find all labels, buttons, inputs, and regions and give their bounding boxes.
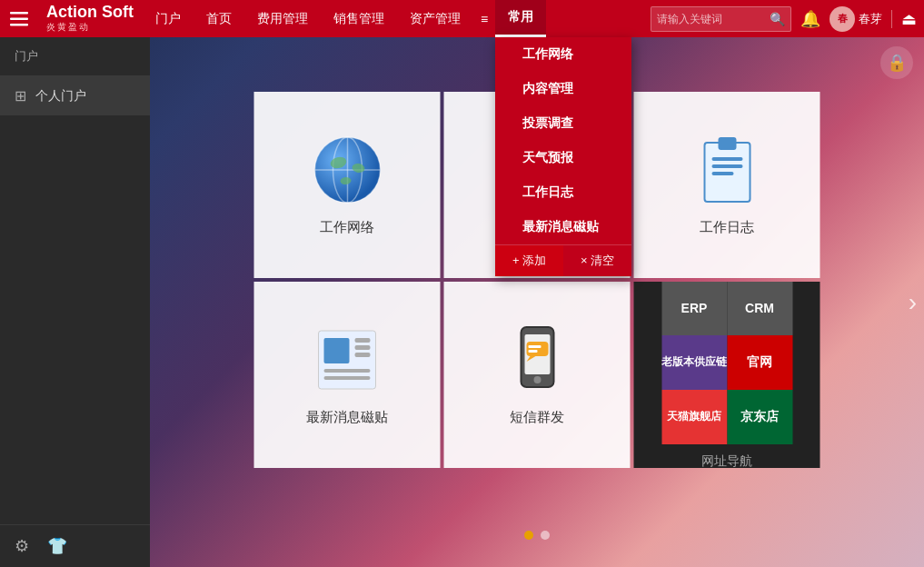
tile-sms[interactable]: 短信群发 [444,282,631,468]
logout-icon[interactable]: ⏏ [901,9,917,29]
theme-icon[interactable]: 👕 [47,536,67,556]
tile-work-network-label: 工作网络 [320,219,374,236]
search-icon[interactable]: 🔍 [770,12,785,26]
nav-sales[interactable]: 销售管理 [321,0,397,37]
url-jd[interactable]: 京东店 [727,390,792,444]
svg-rect-31 [526,342,548,356]
dropdown-weather[interactable]: 天气预报 [495,141,631,175]
page-dot-1[interactable] [524,531,533,540]
lock-icon[interactable]: 🔒 [880,46,913,79]
brand: Action Soft 炎黄盈动 [37,4,143,35]
navbar: Action Soft 炎黄盈动 门户 首页 费用管理 销售管理 资产管理 ≡ … [0,0,924,37]
nav-portal[interactable]: 门户 [143,0,194,37]
navbar-right: 🔍 🔔 春 春芽 ⏏ [643,6,924,32]
svg-rect-25 [355,353,371,357]
sidebar-header: 门户 [0,37,150,76]
grid-icon: ⊞ [15,87,26,104]
pagination [524,531,550,540]
tile-url-nav: ERP CRM 老版本供应链 官网 天猫旗舰店 京东店 网址导航 [634,282,820,468]
brand-subtitle: 炎黄盈动 [46,21,134,34]
nav-assets[interactable]: 资产管理 [397,0,473,37]
sidebar: 门户 ⊞ 个人门户 ⚙ 👕 [0,37,150,567]
search-box: 🔍 [651,6,791,32]
clipboard-icon [695,134,759,210]
svg-rect-33 [528,345,541,348]
nav-home[interactable]: 首页 [194,0,244,37]
globe-icon [311,134,383,210]
svg-rect-1 [10,17,28,20]
url-crm[interactable]: CRM [727,282,792,335]
svg-rect-20 [711,172,733,175]
dropdown-work-log[interactable]: 工作日志 [495,175,631,210]
svg-point-30 [533,376,541,383]
svg-rect-22 [324,338,350,363]
url-supply-chain[interactable]: 老版本供应链 [661,335,727,390]
tile-work-network[interactable]: 工作网络 [254,92,441,278]
settings-icon[interactable]: ⚙ [15,536,29,556]
url-tmall[interactable]: 天猫旗舰店 [661,390,727,444]
dropdown-add-button[interactable]: + 添加 [495,245,563,276]
tile-news-label: 最新消息磁贴 [306,409,388,426]
avatar-label: 春 [838,12,848,25]
svg-rect-0 [10,12,28,15]
divider [891,10,892,28]
arrow-right[interactable]: › [909,288,917,317]
tile-work-log-label: 工作日志 [700,219,754,236]
news-icon [313,323,382,400]
sidebar-item-personal-portal[interactable]: ⊞ 个人门户 [0,76,150,115]
user-avatar-wrap[interactable]: 春 春芽 [830,6,882,32]
sidebar-item-label: 个人门户 [35,88,86,104]
dropdown-work-network[interactable]: 工作网络 [495,37,631,72]
svg-rect-2 [10,24,28,26]
svg-rect-19 [711,164,742,168]
user-name: 春芽 [859,11,882,27]
url-nav-label: 网址导航 [701,453,752,469]
tile-news[interactable]: 最新消息磁贴 [254,282,441,468]
nav-more[interactable]: ≡ [473,0,495,37]
svg-rect-26 [324,369,371,373]
svg-rect-18 [711,157,742,161]
svg-rect-17 [718,137,736,150]
hamburger-button[interactable] [0,0,37,37]
tile-sms-label: 短信群发 [510,409,564,426]
dropdown-content-mgmt[interactable]: 内容管理 [495,72,631,106]
search-input[interactable] [657,13,766,25]
nav-frequent[interactable]: 常用 工作网络 内容管理 投票调查 天气预报 工作日志 最新消息磁贴 + 添加 … [495,0,546,37]
nav-expense[interactable]: 费用管理 [244,0,321,37]
bell-icon[interactable]: 🔔 [795,9,826,29]
sms-icon [510,323,564,400]
frequent-dropdown: 工作网络 内容管理 投票调查 天气预报 工作日志 最新消息磁贴 + 添加 × 清… [495,37,631,276]
tile-work-log[interactable]: 工作日志 [634,92,820,278]
svg-rect-23 [355,338,371,343]
dropdown-vote-survey[interactable]: 投票调查 [495,106,631,141]
avatar: 春 [830,6,855,32]
dropdown-actions: + 添加 × 清空 [495,244,631,276]
dropdown-news-tile[interactable]: 最新消息磁贴 [495,210,631,244]
brand-name: Action Soft [46,4,134,22]
svg-rect-27 [324,376,371,380]
url-official-site[interactable]: 官网 [727,335,792,390]
dropdown-clear-button[interactable]: × 清空 [563,245,631,276]
svg-rect-34 [528,350,537,353]
svg-rect-24 [355,345,371,350]
page-dot-2[interactable] [541,531,550,540]
url-erp[interactable]: ERP [661,282,727,335]
sidebar-footer: ⚙ 👕 [0,524,150,567]
nav-menu: 门户 首页 费用管理 销售管理 资产管理 ≡ 常用 工作网络 内容管理 投票调查… [143,0,643,37]
